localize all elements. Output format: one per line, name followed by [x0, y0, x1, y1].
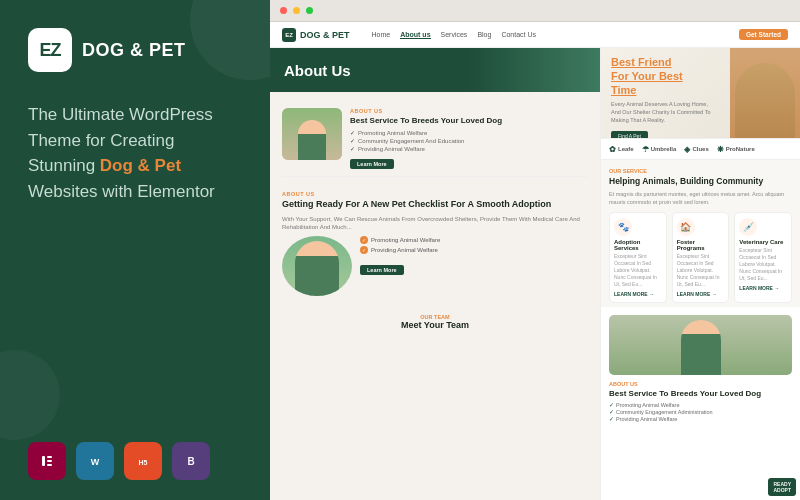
browser-dot-green: [306, 7, 313, 14]
service-card-foster: 🏠 Foster Programs Excepteur Sint Occaeca…: [672, 212, 730, 303]
nav-home[interactable]: Home: [372, 31, 391, 39]
svg-rect-3: [47, 460, 52, 462]
section-text-1: ABOUT US Best Service To Breeds Your Lov…: [350, 108, 588, 170]
html5-badge: H5: [124, 442, 162, 480]
checklist-row: ✓ Promoting Animal Welfare ✓ Providing A…: [282, 236, 588, 296]
tagline: The Ultimate WordPress Theme for Creatin…: [28, 102, 242, 204]
bottom-right-img: [609, 315, 792, 375]
foster-title: Foster Programs: [677, 239, 725, 251]
mini-browser: EZ DOG & PET Home About us Services Blog…: [270, 0, 800, 500]
elementor-badge: [28, 442, 66, 480]
section-label-2: ABOUT US: [282, 191, 588, 197]
partner-pronature: ❋ ProNature: [717, 145, 755, 154]
content-right: Best Friend For Your Best Time Every Ani…: [600, 48, 800, 500]
section-heading-2: Getting Ready For A New Pet Checklist Fo…: [282, 199, 588, 211]
bottom-right-label: ABOUT US: [609, 381, 792, 387]
browser-bar: [270, 0, 800, 22]
team-section: OUR TEAM Meet Your Team: [282, 310, 588, 330]
bullet-icon-1: ✓: [360, 236, 368, 244]
site-logo: EZ DOG & PET: [282, 28, 350, 42]
bullet-1-2: Community Engagement And Education: [350, 137, 588, 144]
services-heading: Helping Animals, Building Community: [609, 176, 792, 186]
bottom-right-section: ABOUT US Best Service To Breeds Your Lov…: [601, 307, 800, 500]
bootstrap-badge: B: [172, 442, 210, 480]
hero-dog-image: [730, 48, 800, 138]
section-heading-1: Best Service To Breeds Your Loved Dog: [350, 116, 588, 126]
checklist-section: ABOUT US Getting Ready For A New Pet Che…: [282, 185, 588, 301]
browser-dot-yellow: [293, 7, 300, 14]
checklist-bullets: ✓ Promoting Animal Welfare ✓ Providing A…: [360, 236, 588, 254]
checklist-bullet-2: ✓ Providing Animal Welfare: [360, 246, 588, 254]
vet-link[interactable]: LEARN MORE →: [739, 285, 787, 291]
services-subtext: Et magnis dis parturient montes, eget ul…: [609, 191, 792, 206]
site-nav-links: Home About us Services Blog Contact Us: [372, 31, 537, 39]
hero-right-text: Best Friend For Your Best Time Every Ani…: [611, 56, 731, 138]
partner-leafe: ✿ Leafe: [609, 145, 634, 154]
svg-rect-2: [47, 456, 52, 458]
hero-right: Best Friend For Your Best Time Every Ani…: [601, 48, 800, 138]
service-card-vet: 💉 Veterinary Care Excepteur Sint Occaeca…: [734, 212, 792, 303]
content-sections: ABOUT US Best Service To Breeds Your Lov…: [270, 92, 600, 340]
bottom-bullet-3: Providing Animal Welfare: [609, 416, 792, 422]
checklist-bullet-1: ✓ Promoting Animal Welfare: [360, 236, 588, 244]
right-panel: EZ DOG & PET Home About us Services Blog…: [270, 0, 800, 500]
person-silhouette-1: [298, 120, 326, 160]
logo-badge: EZ: [28, 28, 72, 72]
browser-dot-red: [280, 7, 287, 14]
section-card-1: ABOUT US Best Service To Breeds Your Lov…: [282, 102, 588, 177]
site-logo-badge: EZ: [282, 28, 296, 42]
about-banner-title: About Us: [284, 62, 351, 79]
checklist-person: [295, 241, 339, 296]
dog-shape: [735, 63, 795, 138]
vet-desc: Excepteur Sint Occaecat In Sed Labore Vo…: [739, 247, 787, 282]
svg-rect-4: [47, 464, 52, 466]
hero-find-pet-btn[interactable]: Find A Pet: [611, 131, 648, 138]
tech-badges: W H5 B: [28, 432, 242, 480]
foster-desc: Excepteur Sint Occaecat In Sed Labore Vo…: [677, 253, 725, 288]
service-card-adoption: 🐾 Adoption Services Excepteur Sint Occae…: [609, 212, 667, 303]
section-desc-2: With Your Support, We Can Rescue Animals…: [282, 215, 588, 232]
adoption-title: Adoption Services: [614, 239, 662, 251]
adoption-icon: 🐾: [614, 218, 632, 236]
services-section: OUR SERVICE Helping Animals, Building Co…: [601, 160, 800, 307]
section-img-1: [282, 108, 342, 160]
learn-btn-2[interactable]: Learn More: [360, 265, 404, 275]
nav-services[interactable]: Services: [441, 31, 468, 39]
svg-text:B: B: [187, 456, 194, 467]
nav-cta-button[interactable]: Get Started: [739, 29, 788, 40]
services-label: OUR SERVICE: [609, 168, 792, 174]
foster-link[interactable]: LEARN MORE →: [677, 291, 725, 297]
svg-text:H5: H5: [139, 459, 148, 466]
vet-title: Veterinary Care: [739, 239, 787, 245]
logo-name: DOG & PET: [82, 40, 186, 61]
foster-icon: 🏠: [677, 218, 695, 236]
adoption-desc: Excepteur Sint Occaecat In Sed Labore Vo…: [614, 253, 662, 288]
section-label-1: ABOUT US: [350, 108, 588, 114]
partner-clues: ◈ Clues: [684, 145, 708, 154]
site-nav: EZ DOG & PET Home About us Services Blog…: [270, 22, 800, 48]
section-bullets-1: Promoting Animal Welfare Community Engag…: [350, 129, 588, 152]
content-left: About Us ABOUT US Bes: [270, 48, 600, 500]
bullet-1-3: Providing Animal Welfare: [350, 145, 588, 152]
bottom-right-title: Best Service To Breeds Your Loved Dog: [609, 389, 792, 399]
adoption-link[interactable]: LEARN MORE →: [614, 291, 662, 297]
service-cards: 🐾 Adoption Services Excepteur Sint Occae…: [609, 212, 792, 303]
nav-about[interactable]: About us: [400, 31, 430, 39]
mini-right: Best Friend For Your Best Time Every Ani…: [601, 48, 800, 500]
main-content: About Us ABOUT US Bes: [270, 48, 800, 500]
team-heading: Meet Your Team: [282, 320, 588, 330]
checklist-img: [282, 236, 352, 296]
hero-right-title: Best Friend For Your Best Time: [611, 56, 731, 97]
learn-btn-1[interactable]: Learn More: [350, 159, 394, 169]
checklist-content: ✓ Promoting Animal Welfare ✓ Providing A…: [360, 236, 588, 296]
bottom-person: [681, 320, 721, 375]
bottom-right-bullets: Promoting Animal Welfare Community Engag…: [609, 402, 792, 422]
person-img-1: [282, 108, 342, 160]
partners-row: ✿ Leafe ☂ Umbrella ◈ Clues: [601, 138, 800, 160]
website-wrapper: EZ DOG & PET Home About us Services Blog…: [270, 22, 800, 500]
bottom-bullet-1: Promoting Animal Welfare: [609, 402, 792, 408]
bottom-bullet-2: Community Engagement Administration: [609, 409, 792, 415]
hero-right-desc: Every Animal Deserves A Loving Home, And…: [611, 101, 711, 124]
nav-blog[interactable]: Blog: [477, 31, 491, 39]
nav-contact[interactable]: Contact Us: [501, 31, 536, 39]
